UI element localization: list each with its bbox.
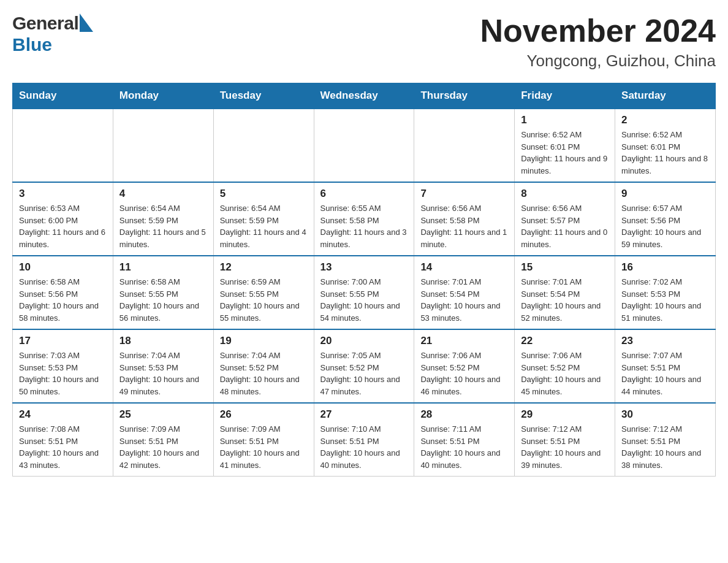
day-info: Sunrise: 7:00 AM Sunset: 5:55 PM Dayligh… <box>320 276 408 324</box>
week-row-5: 24Sunrise: 7:08 AM Sunset: 5:51 PM Dayli… <box>13 403 716 477</box>
logo-blue-bottom: Blue <box>12 34 52 55</box>
page-header: General Blue November 2024 Yongcong, Gui… <box>12 12 716 71</box>
logo-general-text: General <box>12 13 78 34</box>
logo: General Blue <box>12 12 96 55</box>
day-number: 7 <box>420 188 508 200</box>
day-number: 11 <box>119 261 207 274</box>
calendar-cell: 21Sunrise: 7:06 AM Sunset: 5:52 PM Dayli… <box>414 329 515 403</box>
calendar-cell: 5Sunrise: 6:54 AM Sunset: 5:59 PM Daylig… <box>213 182 314 256</box>
day-number: 12 <box>220 261 308 274</box>
calendar-cell: 14Sunrise: 7:01 AM Sunset: 5:54 PM Dayli… <box>414 256 515 329</box>
day-info: Sunrise: 7:06 AM Sunset: 5:52 PM Dayligh… <box>521 350 609 397</box>
calendar-header-monday: Monday <box>113 83 213 109</box>
calendar-table: SundayMondayTuesdayWednesdayThursdayFrid… <box>12 83 716 477</box>
day-info: Sunrise: 7:01 AM Sunset: 5:54 PM Dayligh… <box>521 276 609 324</box>
day-number: 1 <box>521 114 609 126</box>
day-number: 22 <box>521 335 609 347</box>
day-info: Sunrise: 7:07 AM Sunset: 5:51 PM Dayligh… <box>621 350 709 397</box>
calendar-header-row: SundayMondayTuesdayWednesdayThursdayFrid… <box>13 83 716 109</box>
day-info: Sunrise: 7:09 AM Sunset: 5:51 PM Dayligh… <box>220 423 308 471</box>
day-number: 2 <box>621 114 709 126</box>
title-section: November 2024 Yongcong, Guizhou, China <box>480 12 716 71</box>
day-info: Sunrise: 6:54 AM Sunset: 5:59 PM Dayligh… <box>220 202 308 250</box>
day-info: Sunrise: 6:59 AM Sunset: 5:55 PM Dayligh… <box>220 276 308 324</box>
calendar-header-friday: Friday <box>515 83 615 109</box>
calendar-cell: 30Sunrise: 7:12 AM Sunset: 5:51 PM Dayli… <box>615 403 716 477</box>
calendar-cell: 13Sunrise: 7:00 AM Sunset: 5:55 PM Dayli… <box>314 256 414 329</box>
week-row-2: 3Sunrise: 6:53 AM Sunset: 6:00 PM Daylig… <box>13 182 716 256</box>
day-info: Sunrise: 6:53 AM Sunset: 6:00 PM Dayligh… <box>19 202 107 250</box>
calendar-cell: 19Sunrise: 7:04 AM Sunset: 5:52 PM Dayli… <box>213 329 314 403</box>
calendar-cell: 17Sunrise: 7:03 AM Sunset: 5:53 PM Dayli… <box>13 329 113 403</box>
day-number: 16 <box>621 261 709 274</box>
calendar-cell <box>314 109 414 182</box>
day-number: 15 <box>521 261 609 274</box>
calendar-cell: 11Sunrise: 6:58 AM Sunset: 5:55 PM Dayli… <box>113 256 213 329</box>
day-info: Sunrise: 6:58 AM Sunset: 5:56 PM Dayligh… <box>19 276 107 324</box>
day-info: Sunrise: 7:10 AM Sunset: 5:51 PM Dayligh… <box>320 423 408 471</box>
calendar-cell: 1Sunrise: 6:52 AM Sunset: 6:01 PM Daylig… <box>515 109 615 182</box>
calendar-cell: 28Sunrise: 7:11 AM Sunset: 5:51 PM Dayli… <box>414 403 515 477</box>
calendar-cell: 27Sunrise: 7:10 AM Sunset: 5:51 PM Dayli… <box>314 403 414 477</box>
calendar-cell: 20Sunrise: 7:05 AM Sunset: 5:52 PM Dayli… <box>314 329 414 403</box>
day-number: 21 <box>420 335 508 347</box>
day-number: 29 <box>521 408 609 421</box>
calendar-cell: 2Sunrise: 6:52 AM Sunset: 6:01 PM Daylig… <box>615 109 716 182</box>
day-number: 6 <box>320 188 408 200</box>
week-row-3: 10Sunrise: 6:58 AM Sunset: 5:56 PM Dayli… <box>13 256 716 329</box>
svg-marker-0 <box>80 13 93 32</box>
day-info: Sunrise: 7:12 AM Sunset: 5:51 PM Dayligh… <box>621 423 709 471</box>
calendar-cell: 9Sunrise: 6:57 AM Sunset: 5:56 PM Daylig… <box>615 182 716 256</box>
page-title: November 2024 <box>480 12 716 49</box>
calendar-header-wednesday: Wednesday <box>314 83 414 109</box>
calendar-cell: 24Sunrise: 7:08 AM Sunset: 5:51 PM Dayli… <box>13 403 113 477</box>
day-number: 27 <box>320 408 408 421</box>
day-number: 17 <box>19 335 107 347</box>
day-number: 4 <box>119 188 207 200</box>
calendar-cell: 3Sunrise: 6:53 AM Sunset: 6:00 PM Daylig… <box>13 182 113 256</box>
calendar-cell: 23Sunrise: 7:07 AM Sunset: 5:51 PM Dayli… <box>615 329 716 403</box>
week-row-4: 17Sunrise: 7:03 AM Sunset: 5:53 PM Dayli… <box>13 329 716 403</box>
day-info: Sunrise: 6:56 AM Sunset: 5:57 PM Dayligh… <box>521 202 609 250</box>
calendar-header-tuesday: Tuesday <box>213 83 314 109</box>
calendar-cell: 26Sunrise: 7:09 AM Sunset: 5:51 PM Dayli… <box>213 403 314 477</box>
day-info: Sunrise: 6:55 AM Sunset: 5:58 PM Dayligh… <box>320 202 408 250</box>
day-number: 18 <box>119 335 207 347</box>
day-info: Sunrise: 6:52 AM Sunset: 6:01 PM Dayligh… <box>621 129 709 177</box>
day-number: 23 <box>621 335 709 347</box>
calendar-header-saturday: Saturday <box>615 83 716 109</box>
day-info: Sunrise: 7:09 AM Sunset: 5:51 PM Dayligh… <box>119 423 207 471</box>
week-row-1: 1Sunrise: 6:52 AM Sunset: 6:01 PM Daylig… <box>13 109 716 182</box>
calendar-cell <box>113 109 213 182</box>
calendar-cell: 12Sunrise: 6:59 AM Sunset: 5:55 PM Dayli… <box>213 256 314 329</box>
day-number: 14 <box>420 261 508 274</box>
day-number: 8 <box>521 188 609 200</box>
day-number: 24 <box>19 408 107 421</box>
calendar-cell <box>213 109 314 182</box>
day-info: Sunrise: 7:04 AM Sunset: 5:53 PM Dayligh… <box>119 350 207 397</box>
day-info: Sunrise: 6:57 AM Sunset: 5:56 PM Dayligh… <box>621 202 709 250</box>
day-info: Sunrise: 7:03 AM Sunset: 5:53 PM Dayligh… <box>19 350 107 397</box>
calendar-cell: 8Sunrise: 6:56 AM Sunset: 5:57 PM Daylig… <box>515 182 615 256</box>
calendar-header-thursday: Thursday <box>414 83 515 109</box>
page-subtitle: Yongcong, Guizhou, China <box>480 52 716 71</box>
day-number: 28 <box>420 408 508 421</box>
day-info: Sunrise: 6:52 AM Sunset: 6:01 PM Dayligh… <box>521 129 609 177</box>
day-number: 9 <box>621 188 709 200</box>
calendar-cell: 29Sunrise: 7:12 AM Sunset: 5:51 PM Dayli… <box>515 403 615 477</box>
day-info: Sunrise: 7:06 AM Sunset: 5:52 PM Dayligh… <box>420 350 508 397</box>
day-number: 5 <box>220 188 308 200</box>
day-number: 10 <box>19 261 107 274</box>
day-info: Sunrise: 6:56 AM Sunset: 5:58 PM Dayligh… <box>420 202 508 250</box>
day-info: Sunrise: 7:04 AM Sunset: 5:52 PM Dayligh… <box>220 350 308 397</box>
logo-arrow-icon <box>80 13 93 34</box>
calendar-cell: 16Sunrise: 7:02 AM Sunset: 5:53 PM Dayli… <box>615 256 716 329</box>
day-number: 30 <box>621 408 709 421</box>
calendar-header-sunday: Sunday <box>13 83 113 109</box>
day-number: 13 <box>320 261 408 274</box>
day-number: 25 <box>119 408 207 421</box>
calendar-cell: 4Sunrise: 6:54 AM Sunset: 5:59 PM Daylig… <box>113 182 213 256</box>
day-info: Sunrise: 6:58 AM Sunset: 5:55 PM Dayligh… <box>119 276 207 324</box>
calendar-cell: 22Sunrise: 7:06 AM Sunset: 5:52 PM Dayli… <box>515 329 615 403</box>
day-info: Sunrise: 6:54 AM Sunset: 5:59 PM Dayligh… <box>119 202 207 250</box>
